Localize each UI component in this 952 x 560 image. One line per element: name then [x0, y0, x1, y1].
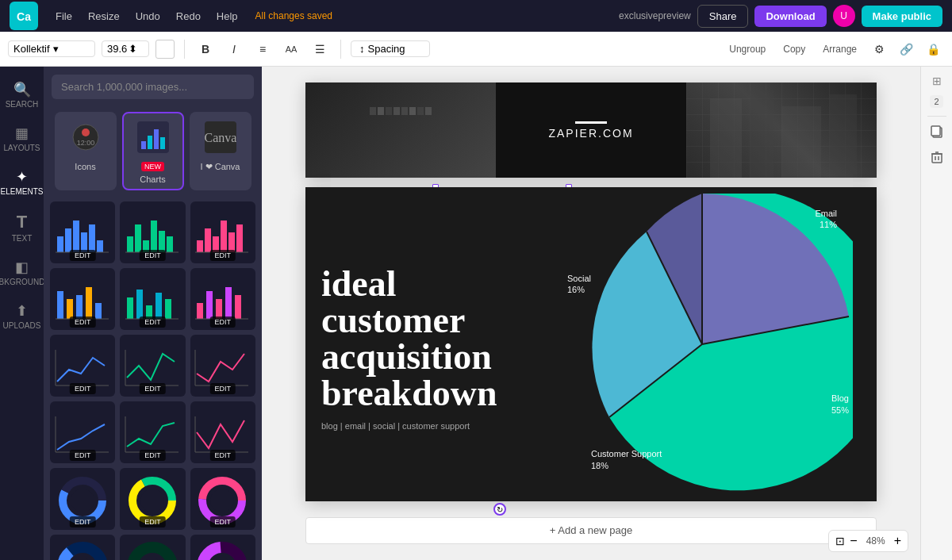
- menu-file[interactable]: File: [51, 10, 77, 22]
- svg-rect-83: [750, 90, 774, 178]
- copy-button[interactable]: Copy: [777, 40, 812, 58]
- chart-thumb-bar-blue2[interactable]: EDIT: [50, 268, 115, 330]
- zoom-in-button[interactable]: +: [894, 534, 901, 548]
- download-button[interactable]: Download: [754, 6, 826, 27]
- svg-text:Ca: Ca: [17, 10, 31, 23]
- sidebar-item-layouts[interactable]: ▦ LAYOUTS: [0, 118, 44, 159]
- canva-logo[interactable]: Ca: [10, 2, 38, 30]
- topbar: Ca File Resize Undo Redo Help All change…: [0, 0, 952, 32]
- chart-thumb-line-pink2[interactable]: EDIT: [190, 401, 255, 463]
- svg-rect-16: [89, 224, 95, 252]
- chart-thumb-donut-pink2[interactable]: EDIT: [190, 535, 255, 560]
- svg-point-65: [71, 489, 94, 512]
- link-icon[interactable]: 🔗: [895, 38, 917, 60]
- toolbar-separator-1: [184, 40, 185, 59]
- grid-view-icon[interactable]: ⊞: [932, 75, 942, 87]
- svg-rect-29: [221, 221, 227, 252]
- svg-rect-35: [76, 295, 83, 319]
- chart-thumb-line-blue2[interactable]: EDIT: [50, 401, 115, 463]
- font-size-input[interactable]: 39.6 ⬍: [102, 40, 149, 57]
- search-input[interactable]: [52, 75, 254, 99]
- ungroup-button[interactable]: Ungroup: [723, 40, 772, 58]
- label-email: Email 11%: [815, 208, 837, 231]
- sidebar-item-background[interactable]: ◧ BKGROUND: [0, 252, 44, 293]
- canvas-area[interactable]: ZAPIER.COM: [262, 67, 920, 560]
- font-name: Kollektif: [13, 43, 50, 55]
- zoom-out-button[interactable]: −: [850, 534, 857, 548]
- color-picker[interactable]: [155, 40, 175, 59]
- align-button[interactable]: ≡: [251, 38, 274, 60]
- chart-thumb-donut-pink[interactable]: EDIT: [190, 468, 255, 530]
- font-size-value: 39.6: [107, 43, 127, 55]
- avatar[interactable]: U: [833, 5, 855, 27]
- right-panel: ⊞ 2: [920, 67, 952, 560]
- add-page-button[interactable]: + Add a new page: [305, 517, 877, 544]
- sidebar-item-search[interactable]: 🔍 SEARCH: [0, 75, 44, 115]
- toolbar: Kollektif ▾ 39.6 ⬍ B I ≡ AA ☰ ↕ Spacing …: [0, 32, 952, 67]
- edit-badge-7: EDIT: [70, 383, 96, 394]
- logo-icon: Ca: [10, 2, 38, 30]
- toolbar-separator-2: [340, 40, 341, 59]
- menu-help[interactable]: Help: [212, 10, 243, 22]
- chart-thumb-line-green2[interactable]: EDIT: [120, 401, 185, 463]
- chart-thumb-donut-blue[interactable]: EDIT: [50, 468, 115, 530]
- svg-rect-6: [141, 141, 146, 149]
- chart-thumb-line-pink[interactable]: EDIT: [190, 335, 255, 397]
- sidebar-item-uploads[interactable]: ⬆ UPLOADS: [0, 296, 44, 336]
- element-card-charts[interactable]: NEW Charts: [122, 112, 184, 190]
- canvas-page-2[interactable]: ↻ ideal customer acquisition breakdown b…: [305, 187, 877, 501]
- banner-right-section: [686, 82, 877, 178]
- make-public-button[interactable]: Make public: [862, 6, 942, 27]
- bold-button[interactable]: B: [194, 38, 217, 60]
- edit-badge-15: EDIT: [210, 516, 236, 527]
- edit-badge-9: EDIT: [210, 383, 236, 394]
- copy-page-icon[interactable]: [930, 125, 944, 142]
- page2-left-section: ideal customer acquisition breakdown blo…: [305, 187, 528, 501]
- chart-thumb-line-blue[interactable]: EDIT: [50, 335, 115, 397]
- icons-card-icon: 12:00: [70, 121, 102, 159]
- canvas-page-1: ZAPIER.COM: [305, 82, 877, 178]
- list-button[interactable]: ☰: [309, 38, 331, 60]
- menu-undo[interactable]: Undo: [131, 10, 165, 22]
- font-case-button[interactable]: AA: [280, 38, 302, 60]
- chart-thumb-donut-blue2[interactable]: EDIT: [50, 535, 115, 560]
- elements-icon: ✦: [16, 168, 28, 186]
- charts-new-badge: NEW: [141, 162, 164, 171]
- chart-thumb-bar-pink2[interactable]: EDIT: [190, 268, 255, 330]
- menu-resize[interactable]: Resize: [83, 10, 125, 22]
- svg-rect-39: [127, 297, 133, 319]
- canva-card-icon: Canva: [205, 121, 236, 159]
- zoom-level: 48%: [862, 535, 889, 547]
- font-family-select[interactable]: Kollektif ▾: [8, 40, 95, 57]
- delete-page-icon[interactable]: [930, 150, 944, 167]
- chart-thumb-donut-green2[interactable]: EDIT: [120, 535, 185, 560]
- svg-rect-91: [931, 126, 940, 136]
- present-icon[interactable]: ⊡: [835, 535, 845, 547]
- chart-thumb-bar-blue[interactable]: EDIT: [50, 201, 115, 263]
- edit-badge-4: EDIT: [70, 316, 96, 328]
- italic-button[interactable]: I: [223, 38, 245, 60]
- svg-point-71: [210, 489, 234, 512]
- settings-icon[interactable]: ⚙: [868, 38, 890, 60]
- sidebar-item-text[interactable]: T TEXT: [0, 205, 44, 249]
- sidebar-label-uploads: UPLOADS: [3, 321, 41, 330]
- canva-card-label: I ❤ Canva: [201, 162, 240, 172]
- arrange-button[interactable]: Arrange: [816, 40, 863, 58]
- lock-icon[interactable]: 🔒: [922, 38, 944, 60]
- chart-thumb-donut-green[interactable]: EDIT: [120, 468, 185, 530]
- svg-rect-49: [235, 295, 241, 319]
- chart-thumb-bar-pink[interactable]: EDIT: [190, 201, 255, 263]
- spacing-button[interactable]: ↕ Spacing: [351, 40, 430, 57]
- svg-rect-23: [159, 231, 165, 252]
- chart-thumb-bar-green2[interactable]: EDIT: [120, 268, 185, 330]
- share-button[interactable]: Share: [697, 5, 749, 28]
- element-card-icons[interactable]: 12:00 Icons: [55, 112, 117, 190]
- element-card-canva[interactable]: Canva I ❤ Canva: [190, 112, 251, 190]
- banner-background: ZAPIER.COM: [305, 82, 877, 178]
- chart-thumb-line-green[interactable]: EDIT: [120, 335, 185, 397]
- left-panel: 12:00 Icons NEW Charts: [44, 67, 262, 560]
- rotate-handle[interactable]: ↻: [493, 503, 506, 516]
- sidebar-item-elements[interactable]: ✦ ELEMENTS: [0, 162, 44, 202]
- chart-thumb-bar-green[interactable]: EDIT: [120, 201, 185, 263]
- menu-redo[interactable]: Redo: [171, 10, 205, 22]
